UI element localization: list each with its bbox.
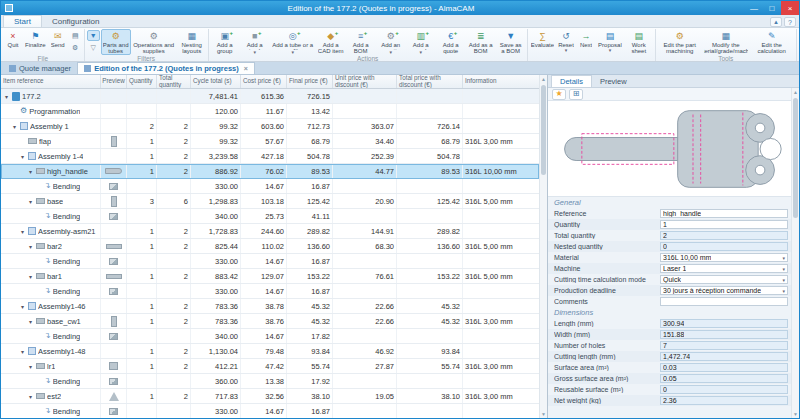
field-value-input[interactable] xyxy=(660,297,788,306)
table-row[interactable]: ▾base_cw112783.3638.7645.3222.6645.32316… xyxy=(1,314,539,329)
add-bom-item-button[interactable]: ≡Add a BOM item xyxy=(346,29,376,55)
add-quote-item-button[interactable]: €Add a quote item xyxy=(436,29,466,55)
column-header[interactable]: Cost price (€) xyxy=(241,75,287,88)
expander-icon[interactable]: ▾ xyxy=(3,93,10,100)
filter-on-button[interactable]: ▼ xyxy=(87,30,100,41)
expander-icon[interactable]: ▾ xyxy=(19,348,26,355)
scrollbar-thumb[interactable] xyxy=(541,85,546,175)
add-simple-part-button[interactable]: ■Add a simple part▾ xyxy=(240,29,270,55)
scroll-down-icon[interactable]: ▼ xyxy=(792,410,799,418)
field-value-dropdown[interactable]: Laser 1▾ xyxy=(660,264,788,273)
minimize-ribbon-icon[interactable]: ▴ xyxy=(770,17,782,27)
column-header[interactable]: Preview xyxy=(101,75,127,88)
fit-view-icon[interactable]: ⊞ xyxy=(569,89,583,100)
table-row[interactable]: ↴Bending330.0014.6716.87 xyxy=(1,179,539,194)
column-header[interactable]: Final price (€) xyxy=(287,75,333,88)
next-button[interactable]: →Next xyxy=(576,29,596,55)
table-row[interactable]: ▾Assembly 1-4123,239.58427.18504.78252.3… xyxy=(1,149,539,164)
evaluate-button[interactable]: ∑Evaluate xyxy=(529,29,556,55)
ribbon-tab-configuration[interactable]: Configuration xyxy=(42,15,110,27)
save-as-bom-button[interactable]: ▼Save as a BOM xyxy=(496,29,526,55)
modify-material-grade-machine-button[interactable]: ▦Modify the material/grade/machine xyxy=(703,29,749,55)
add-as-bom-button[interactable]: ≣Add as a BOM xyxy=(466,29,496,55)
expander-icon[interactable]: ▾ xyxy=(11,123,18,130)
column-header[interactable]: Information xyxy=(463,75,539,88)
filter-off-button[interactable]: ▽ xyxy=(87,42,100,53)
close-button[interactable]: × xyxy=(781,1,799,15)
scroll-down-icon[interactable]: ▼ xyxy=(540,410,547,418)
edit-part-machining-button[interactable]: ⚙Edit the part machining xyxy=(657,29,703,55)
add-supply-button[interactable]: ▥Add a supply▾ xyxy=(406,29,436,55)
table-row[interactable]: ▾Assembly1-48121,130.0479.4893.8446.9293… xyxy=(1,344,539,359)
table-row[interactable]: ▾Assembly1-4612783.3638.7845.3222.6645.3… xyxy=(1,299,539,314)
table-row[interactable]: ↴Bending360.0013.3817.92 xyxy=(1,374,539,389)
add-operation-button[interactable]: ⚙Add an operation▾ xyxy=(376,29,406,55)
column-header[interactable]: Total price with discount (€) xyxy=(397,75,463,88)
details-scrollbar[interactable]: ▲ ▼ xyxy=(791,88,799,418)
field-value-input[interactable]: high_handle xyxy=(660,209,788,218)
edit-calculation-modes-button[interactable]: ✎Edit the calculation modes xyxy=(749,29,795,55)
document-tab[interactable]: Quote manager xyxy=(3,62,77,74)
ribbon-tab-start[interactable]: Start xyxy=(3,15,42,27)
field-value-dropdown[interactable]: 30 jours à réception commande▾ xyxy=(660,286,788,295)
table-row[interactable]: ⚙Programmation120.0011.6713.42 xyxy=(1,104,539,119)
table-scrollbar[interactable]: ▲ ▼ xyxy=(539,75,547,418)
expander-icon[interactable]: ▾ xyxy=(27,318,34,325)
reset-button[interactable]: ↺Reset▾ xyxy=(556,29,576,55)
maximize-button[interactable]: □ xyxy=(763,1,781,15)
expander-icon[interactable]: ▾ xyxy=(19,153,26,160)
table-row[interactable]: ↴Bending330.0014.6716.87 xyxy=(1,254,539,269)
expander-icon[interactable]: ▾ xyxy=(27,168,34,175)
parts-and-tubes-button[interactable]: ⚙Parts and tubes xyxy=(101,29,131,55)
table-row[interactable]: ▾bar212825.44110.02136.6068.30136.60316L… xyxy=(1,239,539,254)
expander-icon[interactable]: ▾ xyxy=(27,363,34,370)
column-header[interactable]: Quantity xyxy=(127,75,157,88)
favorite-star-icon[interactable]: ★ xyxy=(552,89,566,100)
close-tab-icon[interactable]: × xyxy=(244,65,248,72)
scroll-up-icon[interactable]: ▲ xyxy=(792,88,799,96)
table-row[interactable]: ▾est212717.8332.5638.1019.0538.10316L 3,… xyxy=(1,389,539,404)
scroll-up-icon[interactable]: ▲ xyxy=(540,75,547,83)
expander-icon[interactable]: ▾ xyxy=(27,273,34,280)
nesting-layouts-button[interactable]: ▦Nesting layouts xyxy=(177,29,207,55)
table-row[interactable]: ▾Assembly-asm21121,728.83244.60289.82144… xyxy=(1,224,539,239)
minimize-button[interactable]: — xyxy=(745,1,763,15)
finalize-button[interactable]: ⚑Finalize xyxy=(23,29,48,55)
table-row[interactable]: ↴Bending330.0014.6716.87 xyxy=(1,284,539,299)
scrollbar-thumb[interactable] xyxy=(793,98,798,218)
expander-icon[interactable]: ▾ xyxy=(27,393,34,400)
details-tab-details[interactable]: Details xyxy=(551,75,592,87)
field-value-input[interactable]: 1 xyxy=(660,220,788,229)
table-row[interactable]: ↴Bending340.0025.7341.11 xyxy=(1,209,539,224)
table-row[interactable]: ▾base361,298.83103.18125.4220.90125.4231… xyxy=(1,194,539,209)
expander-icon[interactable]: ▾ xyxy=(27,243,34,250)
table-row[interactable]: ▾lr112412.2147.4255.7427.8755.74316L 3,0… xyxy=(1,359,539,374)
proposal-button[interactable]: ▤Proposal▾ xyxy=(596,29,624,55)
table-row[interactable]: ▾Assembly 12299.32603.60712.73363.07726.… xyxy=(1,119,539,134)
details-tab-preview[interactable]: Preview xyxy=(592,75,635,87)
expander-icon[interactable]: ▾ xyxy=(27,198,34,205)
table-row[interactable]: ▾bar112883.42129.07153.2276.61153.22316L… xyxy=(1,269,539,284)
send-button[interactable]: ✉Send xyxy=(48,29,68,55)
field-value-dropdown[interactable]: Quick▾ xyxy=(660,275,788,284)
expander-icon[interactable]: ▾ xyxy=(19,303,26,310)
table-row[interactable]: flap1299.3257.6768.7934.4068.79316L 3,00… xyxy=(1,134,539,149)
print-button[interactable]: ▤ xyxy=(69,30,82,41)
table-row[interactable]: ▾high_handle12886.9276.0289.5344.7789.53… xyxy=(1,164,539,179)
column-header[interactable]: Item reference xyxy=(1,75,101,88)
column-header[interactable]: Unit price with discount (€) xyxy=(333,75,397,88)
column-header[interactable]: Total quantity xyxy=(157,75,191,88)
expander-icon[interactable]: ▾ xyxy=(19,228,26,235)
field-value-dropdown[interactable]: 316L 10,00 mm▾ xyxy=(660,253,788,262)
table-row[interactable]: ↴Bending340.0014.6717.82 xyxy=(1,329,539,344)
document-tab[interactable]: Edition of the 177.2 (Quotes in progress… xyxy=(77,62,255,74)
column-header[interactable]: Cycle total (s) xyxy=(191,75,241,88)
quit-button[interactable]: ×Quit xyxy=(3,29,23,55)
add-tube-profile-button[interactable]: ◎Add a tube or a profile▾ xyxy=(270,29,316,55)
work-sheet-button[interactable]: ▤Work sheet xyxy=(624,29,654,55)
add-group-button[interactable]: ▣Add a group xyxy=(210,29,240,55)
options-button[interactable]: ⚙ xyxy=(69,42,82,53)
operations-and-supplies-button[interactable]: ⚙Operations and supplies xyxy=(131,29,177,55)
table-row[interactable]: ↴Bending330.0014.6716.87 xyxy=(1,404,539,418)
table-row[interactable]: ▾177.27,481.41615.36726.15 xyxy=(1,89,539,104)
